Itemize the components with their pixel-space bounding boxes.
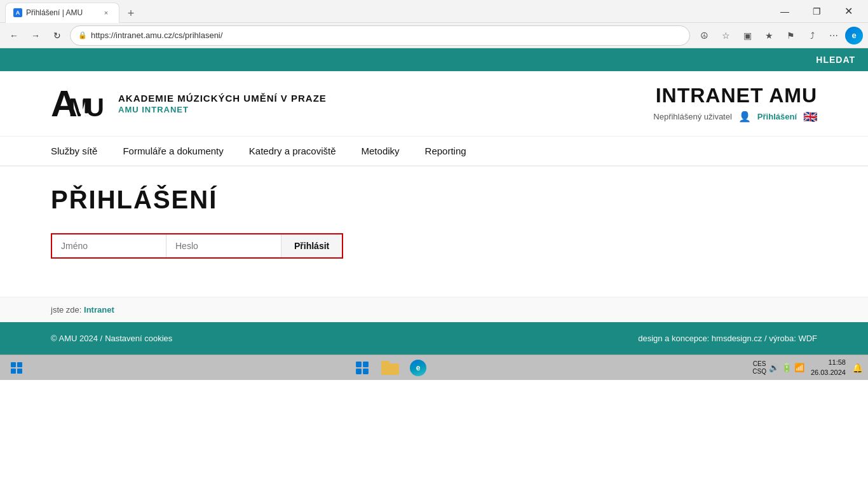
win-logo-bl [11,369,16,374]
taskbar: e CESCSQ 🔊 🔋 📶 11:58 26.03.2024 🔔 [0,355,868,380]
edge-copilot-icon[interactable]: e [845,27,863,44]
site-footer: © AMU 2024 / Nastavení cookies design a … [0,322,868,355]
new-tab-button[interactable]: + [122,5,140,23]
nav-item-formulare[interactable]: Formuláře a dokumenty [123,137,223,165]
password-input[interactable] [166,234,281,257]
login-button[interactable]: Přihlásit [281,234,342,257]
taskbar-lang: CESCSQ [752,360,766,376]
taskbar-clock[interactable]: 11:58 26.03.2024 [811,358,846,377]
taskbar-date: 26.03.2024 [811,368,846,377]
logo-text: AKADEMIE MÚZICKÝCH UMĚNÍ V PRAZE AMU INT… [118,93,327,115]
address-bar[interactable]: 🔒 https://intranet.amu.cz/cs/prihlaseni/ [70,25,690,46]
tab-favicon: A [13,8,22,17]
tab-close-button[interactable]: × [101,8,111,18]
site-header: A M U U AKADEMIE MÚZICKÝCH UMĚNÍ V PRAZE… [0,71,868,137]
nav-item-katedry[interactable]: Katedry a pracoviště [249,137,336,165]
intranet-title: INTRANET AMU [653,84,817,107]
restore-button[interactable]: ❐ [802,1,831,22]
lock-icon: 🔒 [78,31,87,39]
page-title: PŘIHLÁŠENÍ [51,186,817,214]
start-button[interactable] [5,356,28,379]
nav-link-metodiky[interactable]: Metodiky [362,137,400,165]
login-link[interactable]: Přihlášení [757,112,797,121]
taskbar-windows-icon[interactable] [352,358,372,378]
username-input[interactable] [52,234,166,257]
footer-cookies-link[interactable]: Nastavení cookies [105,334,172,343]
taskbar-battery-icon[interactable]: 🔋 [782,363,792,372]
amu-logo: A M U U [51,81,108,126]
folder-shape [381,361,399,375]
edge-logo: e [410,360,426,376]
bookmark-icon[interactable]: ☆ [715,25,736,46]
breadcrumb-link[interactable]: Intranet [84,305,114,315]
nav-item-sluzby[interactable]: Služby sítě [51,137,97,165]
language-flag[interactable]: 🇬🇧 [803,110,817,124]
share-icon[interactable]: ⤴ [802,25,822,46]
win-logo-br [17,369,22,374]
header-right: INTRANET AMU Nepřihlášený uživatel 👤 Při… [653,84,817,124]
svg-text:U: U [86,93,104,121]
user-status: Nepřihlášený uživatel [653,112,732,121]
main-navigation: Služby sítě Formuláře a dokumenty Katedr… [0,137,868,166]
nav-link-sluzby[interactable]: Služby sítě [51,137,97,165]
back-button[interactable]: ← [5,27,23,44]
nav-link-reporting[interactable]: Reporting [425,137,466,165]
taskbar-center: e [352,358,428,378]
breadcrumb-prefix: jste zde: [51,305,81,315]
intranet-subtitle: AMU INTRANET [118,105,189,114]
nav-item-metodiky[interactable]: Metodiky [362,137,400,165]
user-icon: 👤 [738,111,751,123]
tab-groups-icon[interactable]: ▣ [737,25,757,46]
taskbar-right: CESCSQ 🔊 🔋 📶 11:58 26.03.2024 🔔 [752,358,863,377]
minimize-button[interactable]: — [770,1,799,22]
refresh-button[interactable]: ↻ [48,27,66,44]
logo-area: A M U U AKADEMIE MÚZICKÝCH UMĚNÍ V PRAZE… [51,81,327,126]
breadcrumb-area: jste zde: Intranet [0,297,868,322]
collections-icon[interactable]: ⚑ [780,25,801,46]
close-button[interactable]: ✕ [834,1,863,22]
windows-logo [11,362,22,374]
favorites-icon[interactable]: ★ [759,25,779,46]
taskbar-notification-icon[interactable]: 🔔 [852,363,863,373]
footer-left: © AMU 2024 / Nastavení cookies [51,334,172,343]
university-name: AKADEMIE MÚZICKÝCH UMĚNÍ V PRAZE [118,93,327,104]
nav-link-formulare[interactable]: Formuláře a dokumenty [123,137,223,165]
header-user-area: Nepřihlášený uživatel 👤 Přihlášení 🇬🇧 [653,110,817,124]
address-text: https://intranet.amu.cz/cs/prihlaseni/ [91,30,222,40]
taskbar-left [5,356,28,379]
page-content: PŘIHLÁŠENÍ Přihlásit [0,166,868,297]
footer-design: design a koncepce: hmsdesign.cz / výroba… [638,334,817,343]
browser-tab[interactable]: A Přihlášení | AMU × [5,3,119,23]
footer-copyright: © AMU 2024 / [51,334,102,343]
win-logo-tl [11,362,16,367]
taskbar-network-icon[interactable]: 📶 [794,363,804,372]
taskbar-volume-icon[interactable]: 🔊 [769,363,779,372]
reading-view-icon[interactable]: ☮ [694,25,714,46]
tab-title: Přihlášení | AMU [26,8,97,17]
top-bar: HLEDAT [0,48,868,71]
more-options-icon[interactable]: ⋯ [824,25,844,46]
search-button[interactable]: HLEDAT [816,55,855,65]
taskbar-sys-icons: CESCSQ 🔊 🔋 📶 [752,360,804,376]
taskbar-edge-icon[interactable]: e [408,358,428,378]
win-logo-tr [17,362,22,367]
taskbar-time: 11:58 [811,358,846,367]
forward-button[interactable]: → [27,27,44,44]
nav-link-katedry[interactable]: Katedry a pracoviště [249,137,336,165]
nav-item-reporting[interactable]: Reporting [425,137,466,165]
taskbar-folder-icon[interactable] [380,358,400,378]
login-form: Přihlásit [51,233,343,259]
